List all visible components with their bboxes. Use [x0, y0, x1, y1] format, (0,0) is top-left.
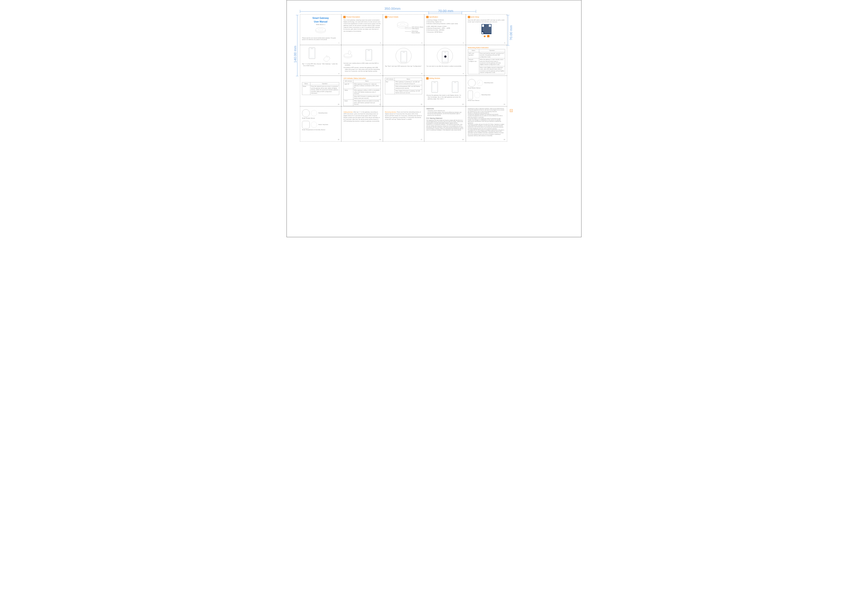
badge-1: 1: [343, 16, 346, 18]
page-no: 1: [339, 42, 339, 44]
panel-13: 5Adding Devices Choose the gateway that …: [424, 76, 465, 106]
panel-16: Adding devices: After tap "+" in the gat…: [341, 106, 382, 142]
phone-icon: [442, 51, 448, 62]
fcc-body-2: interference to radio or television rece…: [468, 108, 505, 136]
panel-15: Networking button Smart Smoke Sensor Net…: [300, 106, 341, 142]
fold-mark-6: 6: [510, 109, 513, 112]
row3: StatusOperation ResetPress the network b…: [300, 76, 507, 106]
panel-17: Removing devices: Press and hold the net…: [383, 106, 424, 142]
led-table-1: LED indicatorStatus Light OffWhen gatewa…: [343, 80, 381, 106]
panel-1: Smart Gateway User Manual M420-3Ever1.1 …: [300, 14, 341, 45]
panel-3: 2Product Details LED indicator (State) U…: [383, 14, 424, 45]
p13-bullet: Choose the gateway that needs to add Zig…: [426, 94, 464, 100]
callout-netbtn: Networking Button (Reset): [412, 30, 422, 34]
dim-70: 70.00 mm: [438, 9, 453, 13]
hd-prod-desc: Product Description: [346, 16, 360, 18]
phone-icon: [452, 81, 458, 93]
spec-6: 6.Working Humidity: ≤95%RH: [426, 29, 464, 31]
led-table-2: LED indicatorStatus RedWhen gateway is p…: [385, 78, 422, 94]
spec-4: 4.WiFi: IEEE 802.11b/g/n 2.4GHz: [426, 25, 464, 27]
stmt-2: • As the technology updates, there may b…: [427, 112, 464, 116]
hd-rem-dev: Removing devices:: [385, 111, 397, 113]
p7-b2: According to APP prompt, connect the gat…: [343, 67, 381, 72]
panel-8: Tap "Next" and input WiFi password, then…: [383, 45, 424, 76]
motion-sensor-icon: [468, 79, 476, 87]
gateway-detail-icon: [397, 20, 411, 29]
dim-350: 350.00mm: [384, 6, 401, 11]
store-icons: [468, 35, 505, 38]
phone-icon: [365, 49, 372, 61]
panel-6: Tap "+" in the APP, then choose " Mini G…: [300, 45, 341, 76]
sheet-frame: 350.00mm 70.00 mm 70.00 mm 140.00 mm 6 S…: [287, 0, 581, 237]
svg-point-9: [474, 92, 480, 98]
panel-5: 4Quick Setup Scan the QR code to downloa…: [466, 14, 507, 45]
row4: Networking button Smart Smoke Sensor Net…: [300, 106, 507, 142]
apple-icon: [484, 35, 486, 37]
hd-add-dev: Adding devices:: [343, 111, 353, 113]
hand-icon: [323, 54, 331, 62]
net-btn-callout-icon: [476, 80, 483, 86]
gateway-press-icon: [343, 50, 353, 59]
svg-point-7: [344, 54, 352, 57]
dim-140: 140.00 mm: [293, 46, 297, 63]
lbl-temp: Smart Temperature & Humidity Sensor: [302, 129, 339, 131]
manual-grid: 6 Smart Gateway User Manual M420-3Ever1.…: [300, 14, 507, 142]
panel-18: Statements: • Illustrations are for refe…: [424, 106, 465, 142]
panel-9: You can start to use after the device is…: [424, 45, 465, 76]
spec-3: 3.Wireless Networking Distance: ≤100m (o…: [426, 23, 464, 25]
row2: Tap "+" in the APP, then choose " Mini G…: [300, 45, 507, 76]
svg-point-4: [397, 22, 408, 27]
hd-prod-details: Product Details: [388, 16, 398, 18]
svg-point-1: [315, 28, 326, 32]
phone-icon: [309, 47, 315, 59]
svg-point-10: [311, 110, 317, 116]
panel-7: Connect your mobile phone to WiFi,make s…: [341, 45, 382, 76]
add-dev-body: After tap "+" in the gateway, according …: [343, 111, 380, 122]
spec-7: 7.Dimension: 80*80*28mm: [426, 31, 464, 33]
note: *Please read the user manual carefully b…: [302, 37, 339, 41]
hd-spec: Specification: [429, 16, 438, 18]
lbl-door: Smart Door Sensor: [468, 100, 505, 101]
panel-12: LED indicatorStatus RedWhen gateway is p…: [383, 76, 424, 106]
svg-point-11: [311, 122, 317, 128]
spec-5: 5.Working Temperature: -10℃ ~ +50℃: [426, 27, 464, 29]
temp-sensor-icon: [302, 121, 310, 129]
title-line1: Smart Gateway: [302, 17, 339, 20]
panel-19: interference to radio or television rece…: [466, 106, 507, 142]
dim-70v: 70.00 mm: [509, 25, 513, 41]
lbl-smoke: Smart Smoke Sensor: [302, 117, 339, 119]
fcc-body-1: This equipment has been tested and found…: [426, 120, 464, 131]
panel-4: 3Specification 1.Working Voltage: DC5V/1…: [424, 14, 465, 45]
hd-statements: Statements:: [426, 108, 464, 110]
panel-11: LED Indicator Status Instruction LED ind…: [341, 76, 382, 106]
hd-led: LED Indicator Status Instruction: [343, 77, 381, 79]
gateway-icon: [315, 27, 326, 34]
callout-usb: USB Adaptor: [412, 28, 419, 30]
qr-icon: [481, 24, 492, 34]
hd-fcc: FCC Warning Statement: [426, 117, 464, 120]
netbtn-table: StatusOperation WiFi conf- igurationPres…: [468, 49, 505, 74]
p9-bullet: You can start to use after the device is…: [426, 65, 464, 67]
spec-2: 2.Networking: Zigbee HA: [426, 21, 464, 23]
door-sensor-icon: [468, 91, 473, 99]
p8-bullet: Tap "Next" and input WiFi password, then…: [385, 65, 422, 67]
panel-2: 1Product Description This smart gateway,…: [341, 14, 382, 45]
svg-point-8: [477, 80, 483, 86]
panel-10: StatusOperation ResetPress the network b…: [300, 76, 341, 106]
lbl-motion: Smart Motion Sensor: [468, 87, 505, 89]
smoke-sensor-icon: [302, 109, 310, 117]
p6-bullet: Tap "+" in the APP, then choose " Mini G…: [302, 63, 339, 67]
hd-netbtn: Networking Button Instruction: [468, 47, 505, 48]
p7-b1: Connect your mobile phone to WiFi,make s…: [343, 62, 381, 66]
phone-icon: [431, 81, 438, 93]
hd-quick: Quick Setup: [471, 16, 479, 18]
phone-icon: [401, 51, 407, 62]
panel-net-btn: Networking Button Instruction StatusOper…: [466, 45, 507, 76]
spec-1: 1.Working Voltage: DC5V/1A: [426, 19, 464, 21]
net-btn-callout-icon: [474, 92, 481, 98]
panel-14: Networking button Smart Motion Sensor Ne…: [466, 76, 507, 106]
quick-body: Scan the QR code to download APP, and si…: [468, 19, 505, 23]
reset-table: StatusOperation ResetPress the network b…: [302, 82, 339, 95]
hd-adding: Adding Devices: [429, 78, 440, 79]
row1: Smart Gateway User Manual M420-3Ever1.1 …: [300, 14, 507, 45]
